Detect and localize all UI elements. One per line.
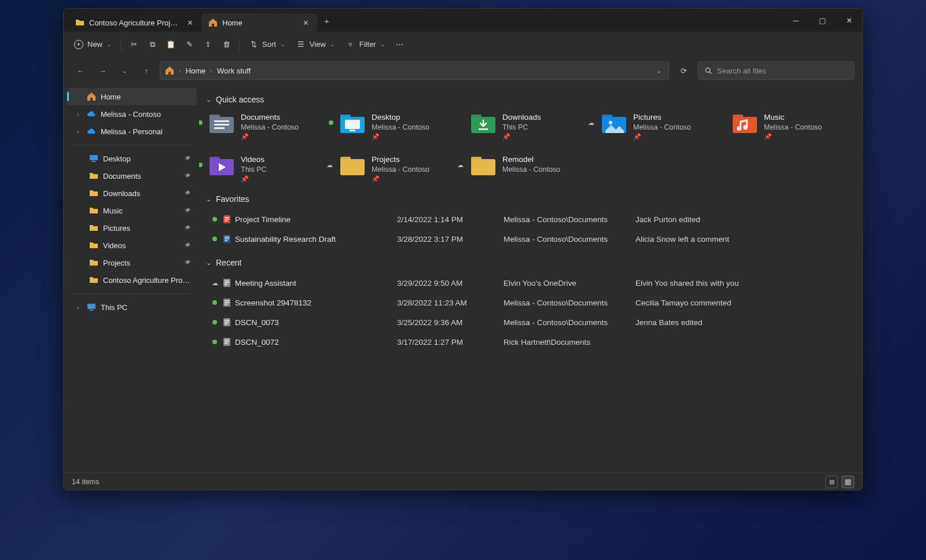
file-activity: Jenna Bates edited bbox=[635, 318, 848, 327]
details-view-button[interactable]: ≣ bbox=[825, 476, 838, 488]
favorites-header[interactable]: ⌄ Favorites bbox=[206, 194, 851, 204]
breadcrumb-home[interactable]: Home bbox=[186, 67, 206, 75]
file-row[interactable]: ☁Meeting Assistant3/29/2022 9:50 AMElvin… bbox=[205, 273, 851, 293]
tab-home[interactable]: Home ✕ bbox=[201, 13, 317, 32]
maximize-button[interactable]: ▢ bbox=[809, 9, 836, 32]
quick-access-tile-remodel[interactable]: ☁RemodelMelissa - Contoso bbox=[466, 152, 593, 185]
chevron-down-icon: ⌄ bbox=[106, 41, 111, 47]
quick-access-tile-music[interactable]: MusicMelissa - Contoso📌 bbox=[728, 110, 854, 143]
file-row[interactable]: Project Timeline2/14/2022 1:14 PMMelissa… bbox=[205, 209, 851, 229]
sort-button[interactable]: ⇅ Sort ⌄ bbox=[243, 35, 291, 54]
section-title: Recent bbox=[216, 258, 241, 267]
recent-header[interactable]: ⌄ Recent bbox=[206, 258, 851, 267]
tab-title: Contoso Agriculture Project bbox=[89, 19, 179, 27]
file-row[interactable]: DSCN_00733/25/2022 9:36 AMMelissa - Cont… bbox=[205, 312, 851, 332]
new-label: New bbox=[87, 40, 102, 49]
favorites-list: Project Timeline2/14/2022 1:14 PMMelissa… bbox=[205, 209, 851, 249]
nav-row: ← → ⌄ ↑ › Home › Work stuff ⌄ ⟳ bbox=[64, 57, 862, 84]
image-file-icon bbox=[222, 337, 232, 347]
close-tab-icon[interactable]: ✕ bbox=[300, 17, 311, 28]
search-icon bbox=[704, 67, 712, 75]
quick-access-tile-documents[interactable]: DocumentsMelissa - Contoso📌 bbox=[205, 110, 331, 143]
sidebar-item-melissa-personal[interactable]: ›Melissa - Personal bbox=[66, 123, 197, 140]
search-box[interactable] bbox=[698, 61, 854, 80]
up-button[interactable]: ↑ bbox=[138, 62, 155, 79]
tile-meta: DocumentsMelissa - Contoso📌 bbox=[241, 112, 299, 141]
tile-meta: DownloadsThis PC📌 bbox=[502, 112, 541, 141]
home-icon bbox=[165, 66, 174, 75]
sidebar-item-melissa-contoso[interactable]: ›Melissa - Contoso bbox=[66, 105, 197, 123]
svg-rect-24 bbox=[340, 157, 351, 161]
minimize-button[interactable]: ─ bbox=[782, 9, 809, 32]
filter-icon: ▿ bbox=[346, 40, 355, 49]
file-row[interactable]: Screenshot 294781323/28/2022 11:23 AMMel… bbox=[205, 293, 851, 312]
file-row[interactable]: Sustainability Research Draft3/28/2022 3… bbox=[205, 229, 851, 249]
filter-button[interactable]: ▿ Filter ⌄ bbox=[340, 35, 391, 54]
close-window-button[interactable]: ✕ bbox=[836, 9, 862, 32]
file-path: Melissa - Contoso\Documents bbox=[501, 235, 635, 244]
quick-access-tile-projects[interactable]: ☁ProjectsMelissa - Contoso📌 bbox=[336, 152, 462, 185]
sidebar-item-label: Desktop bbox=[103, 154, 179, 163]
cloud-blue bbox=[87, 127, 96, 136]
pictures-icon bbox=[601, 112, 627, 135]
sidebar-item-downloads[interactable]: Downloads bbox=[66, 185, 197, 202]
tab-title: Home bbox=[222, 19, 295, 27]
view-button[interactable]: ☰ View ⌄ bbox=[291, 35, 340, 54]
forward-button[interactable]: → bbox=[94, 62, 111, 79]
tiles-view-button[interactable]: ▦ bbox=[842, 476, 854, 488]
recent-locations-button[interactable]: ⌄ bbox=[116, 62, 133, 79]
sidebar-item-label: Home bbox=[101, 93, 191, 101]
quick-access-tile-pictures[interactable]: ☁PicturesMelissa - Contoso📌 bbox=[597, 110, 723, 143]
file-date: 3/28/2022 11:23 AM bbox=[397, 299, 501, 307]
sidebar-item-documents[interactable]: Documents bbox=[66, 167, 197, 185]
paste-button[interactable]: 📋 bbox=[161, 35, 180, 54]
back-button[interactable]: ← bbox=[72, 62, 89, 79]
close-tab-icon[interactable]: ✕ bbox=[184, 17, 196, 28]
rename-button[interactable]: ✎ bbox=[180, 35, 199, 54]
file-path: Melissa - Contoso\Documents bbox=[501, 299, 635, 307]
file-name: Sustainability Research Draft bbox=[235, 235, 397, 244]
copy-button[interactable]: ⧉ bbox=[143, 35, 161, 54]
tab-contoso-project[interactable]: Contoso Agriculture Project ✕ bbox=[68, 13, 201, 32]
address-bar[interactable]: › Home › Work stuff ⌄ bbox=[160, 61, 669, 80]
refresh-button[interactable]: ⟳ bbox=[674, 61, 693, 80]
file-row[interactable]: DSCN_00723/17/2022 1:27 PMRick Hartnett\… bbox=[205, 332, 851, 352]
quick-access-header[interactable]: ⌄ Quick access bbox=[206, 95, 851, 104]
new-button[interactable]: + New ⌄ bbox=[71, 35, 117, 54]
chevron-right-icon: › bbox=[178, 67, 182, 74]
svg-rect-38 bbox=[225, 284, 227, 285]
cut-button[interactable]: ✂ bbox=[124, 35, 143, 54]
share-button[interactable]: ⇪ bbox=[199, 35, 217, 54]
sidebar-item-home[interactable]: Home bbox=[66, 88, 197, 105]
svg-rect-44 bbox=[225, 320, 229, 321]
sidebar-item-projects[interactable]: Projects bbox=[66, 254, 197, 271]
delete-button[interactable]: 🗑 bbox=[217, 35, 236, 54]
sidebar-item-desktop[interactable]: Desktop bbox=[66, 150, 197, 167]
address-dropdown-icon[interactable]: ⌄ bbox=[654, 67, 664, 75]
quick-access-tile-downloads[interactable]: DownloadsThis PC📌 bbox=[466, 110, 593, 143]
sidebar-item-this-pc[interactable]: ›This PC bbox=[66, 299, 197, 316]
word-file-icon bbox=[222, 234, 232, 244]
chevron-down-icon: ⌄ bbox=[206, 196, 211, 203]
svg-rect-49 bbox=[225, 341, 229, 342]
sidebar-item-music[interactable]: Music bbox=[66, 202, 197, 219]
desktop-icon bbox=[339, 112, 366, 135]
file-name: Screenshot 29478132 bbox=[235, 299, 397, 307]
sidebar-item-contoso-agriculture-project[interactable]: Contoso Agriculture Project bbox=[66, 271, 197, 289]
sidebar-item-label: Downloads bbox=[103, 189, 179, 198]
sync-status-icon bbox=[199, 120, 203, 125]
search-input[interactable] bbox=[717, 67, 848, 75]
tile-location: Melissa - Contoso bbox=[372, 123, 429, 132]
sidebar-item-pictures[interactable]: Pictures bbox=[66, 219, 197, 237]
svg-rect-5 bbox=[210, 115, 220, 119]
new-tab-button[interactable]: ＋ bbox=[317, 12, 336, 31]
quick-access-tile-desktop[interactable]: DesktopMelissa - Contoso📌 bbox=[336, 110, 462, 143]
breadcrumb-workstuff[interactable]: Work stuff bbox=[217, 67, 251, 75]
explorer-window: Contoso Agriculture Project ✕ Home ✕ ＋ ─… bbox=[63, 8, 863, 491]
recent-list: ☁Meeting Assistant3/29/2022 9:50 AMElvin… bbox=[205, 273, 851, 352]
svg-rect-12 bbox=[350, 130, 355, 131]
sidebar-item-videos[interactable]: Videos bbox=[66, 237, 197, 254]
tile-location: Melissa - Contoso bbox=[241, 123, 299, 132]
more-button[interactable]: ⋯ bbox=[391, 35, 409, 54]
quick-access-tile-videos[interactable]: VideosThis PC📌 bbox=[205, 152, 331, 185]
